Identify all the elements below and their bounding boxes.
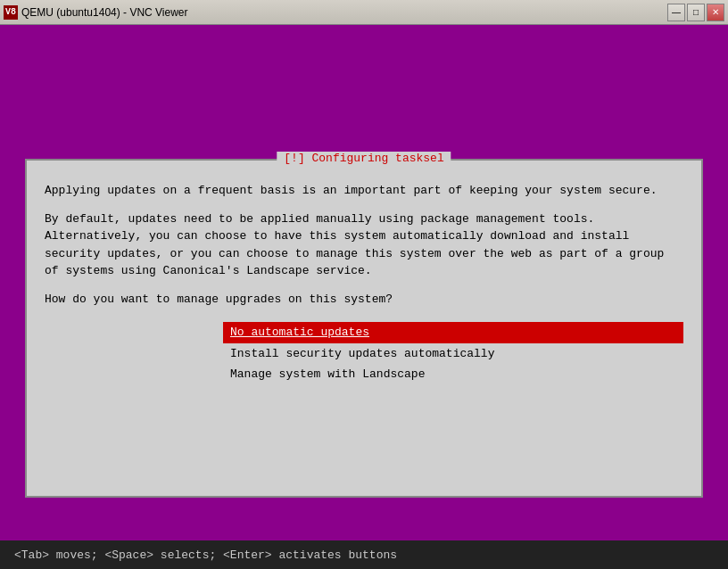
desktop: [!] Configuring tasksel Applying updates… [0, 25, 728, 569]
paragraph-1: Applying updates on a frequent basis is … [45, 182, 683, 200]
maximize-button[interactable]: □ [687, 4, 705, 21]
status-bar: <Tab> moves; <Space> selects; <Enter> ac… [0, 540, 728, 569]
menu-item-landscape[interactable]: Manage system with Landscape [223, 364, 683, 385]
app-icon: V8 [4, 5, 18, 20]
dialog-title: [!] Configuring tasksel [277, 152, 451, 165]
paragraph-3: How do you want to manage upgrades on th… [45, 291, 683, 309]
close-button[interactable]: ✕ [707, 4, 724, 21]
status-text: <Tab> moves; <Space> selects; <Enter> ac… [14, 548, 397, 562]
menu-item-security-updates[interactable]: Install security updates automatically [223, 343, 683, 365]
dialog-box: [!] Configuring tasksel Applying updates… [25, 159, 703, 498]
paragraph-2: By default, updates need to be applied m… [45, 210, 683, 280]
window-title: QEMU (ubuntu1404) - VNC Viewer [21, 6, 188, 19]
window-controls: — □ ✕ [667, 4, 724, 21]
title-bar: V8 QEMU (ubuntu1404) - VNC Viewer — □ ✕ [0, 0, 728, 25]
minimize-button[interactable]: — [667, 4, 685, 21]
dialog-content: Applying updates on a frequent basis is … [27, 161, 701, 400]
menu-item-no-updates[interactable]: No automatic updates [223, 322, 683, 343]
upgrade-menu: No automatic updates Install security up… [223, 322, 683, 385]
